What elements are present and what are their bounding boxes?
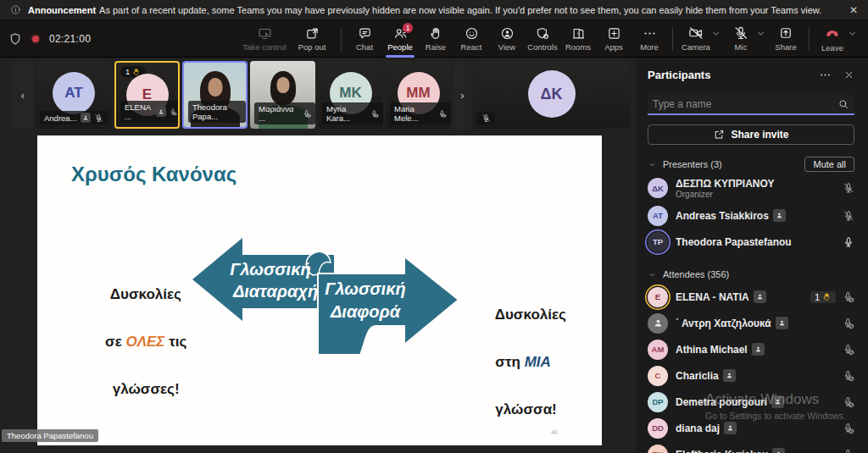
mic-off-icon[interactable] bbox=[843, 210, 854, 222]
announcement-close-icon[interactable]: ✕ bbox=[849, 4, 858, 16]
monitor-cursor-icon bbox=[258, 26, 272, 41]
portrait-face bbox=[276, 77, 289, 93]
mic-disabled-icon[interactable] bbox=[843, 344, 854, 356]
participant-role: Organizer bbox=[676, 190, 835, 199]
chevron-down-icon bbox=[648, 270, 657, 279]
presenters-section-header[interactable]: Presenters (3) Mute all bbox=[648, 155, 854, 174]
attendees-section-header[interactable]: Attendees (356) bbox=[648, 265, 854, 284]
pop-out-icon bbox=[305, 26, 320, 41]
attendee-badge-icon bbox=[724, 422, 737, 434]
pop-out-button[interactable]: Pop out bbox=[288, 20, 336, 58]
participant-row[interactable]: ΔΚ ΔΕΣΠΩ ΚΥΠΡΙΑΝΟΥ Organizer bbox=[648, 174, 854, 202]
react-button[interactable]: React bbox=[453, 20, 489, 58]
mic-off-icon bbox=[481, 113, 491, 123]
search-input[interactable] bbox=[653, 98, 837, 110]
person-icon bbox=[653, 318, 664, 329]
panel-close-icon[interactable] bbox=[843, 69, 854, 80]
avatar: AM bbox=[648, 340, 668, 360]
slide-page-number: 40 bbox=[551, 429, 558, 435]
mic-on-icon[interactable] bbox=[843, 236, 854, 248]
participant-row[interactable]: DP Demetra pourgouri bbox=[648, 389, 854, 415]
take-control-button[interactable]: Take control bbox=[241, 20, 288, 58]
share-button[interactable]: Share bbox=[768, 20, 804, 58]
rooms-button[interactable]: Rooms bbox=[560, 20, 596, 58]
participant-row[interactable]: AT Andreas Tsiakkiros bbox=[648, 202, 854, 229]
slide-left-text: Δυσκολίες σε ΟΛΕΣ τις γλώσσες! bbox=[78, 259, 190, 425]
security-shield-icon bbox=[8, 32, 22, 46]
view-button[interactable]: View bbox=[489, 20, 525, 58]
participant-row[interactable]: ΄ Αντρη Χατζηλουκά bbox=[648, 310, 854, 336]
toolbar-separator bbox=[672, 27, 673, 51]
ellipsis-icon bbox=[643, 26, 657, 41]
participant-row[interactable]: TP Theodora Papastefanou bbox=[648, 229, 854, 255]
react-smiley-icon bbox=[465, 26, 479, 41]
announcement-label: Announcement bbox=[28, 5, 96, 15]
attendee-badge-icon bbox=[752, 343, 765, 356]
mic-disabled-icon[interactable] bbox=[843, 318, 854, 329]
share-invite-button[interactable]: Share invite bbox=[648, 124, 854, 145]
announcement-text: AnnouncementAs part of a recent update, … bbox=[28, 5, 821, 15]
participant-row[interactable]: E ELENA - NATIA 1 bbox=[648, 284, 854, 310]
avatar: DD bbox=[648, 418, 668, 439]
attendee-badge-icon bbox=[776, 317, 788, 329]
attendee-badge-icon bbox=[754, 290, 766, 303]
participants-panel: Participants Share invite Presenters (3)… bbox=[636, 58, 868, 453]
participant-row[interactable]: AM Athina Michael bbox=[648, 336, 854, 362]
video-tile-myria[interactable]: MK Myria Kara... bbox=[318, 61, 383, 129]
camera-off-icon bbox=[688, 25, 704, 41]
video-tile-marianna[interactable]: Μαριάννα ... bbox=[250, 61, 315, 129]
avatar: TP bbox=[648, 232, 668, 252]
arrows-diagram: Γλωσσική Διαταραχή Γλωσσική Διαφορά bbox=[186, 235, 474, 371]
arrow-right-label-2: Διαφορά bbox=[330, 302, 402, 321]
video-tile-maria[interactable]: MM Maria Mele... bbox=[386, 61, 451, 129]
mic-disabled-icon bbox=[370, 109, 379, 119]
leave-button[interactable]: Leave bbox=[815, 20, 850, 58]
avatar: ΔΚ bbox=[648, 178, 668, 198]
filmstrip-next-button[interactable]: › bbox=[453, 61, 471, 129]
panel-more-icon[interactable] bbox=[819, 69, 832, 81]
raised-hand-icon bbox=[822, 292, 832, 301]
participant-row[interactable]: C Chariclia bbox=[648, 362, 854, 389]
mic-disabled-icon[interactable] bbox=[843, 423, 854, 434]
more-button[interactable]: More bbox=[632, 20, 667, 58]
mic-disabled-icon[interactable] bbox=[843, 291, 854, 303]
attendee-badge-icon bbox=[723, 369, 736, 382]
highlight-oles: ΟΛΕΣ bbox=[125, 334, 164, 350]
view-icon bbox=[500, 26, 515, 41]
video-tile-dk[interactable]: ΔΚ bbox=[473, 61, 630, 129]
mute-all-button[interactable]: Mute all bbox=[804, 157, 854, 172]
toolbar-separator bbox=[809, 27, 810, 51]
panel-title: Participants bbox=[648, 69, 807, 81]
filmstrip-prev-button[interactable]: ‹ bbox=[12, 61, 34, 129]
raise-button[interactable]: Raise bbox=[418, 20, 453, 58]
recording-indicator-icon bbox=[31, 34, 41, 44]
meeting-toolbar: 02:21:00 Take control Pop out Chat 1 Peo… bbox=[0, 20, 868, 58]
video-tile-andrea[interactable]: AT Andrea... bbox=[36, 61, 112, 129]
search-icon bbox=[837, 98, 849, 110]
apps-plus-icon bbox=[607, 26, 621, 41]
announcement-banner: AnnouncementAs part of a recent update, … bbox=[0, 0, 868, 20]
mic-disabled-icon[interactable] bbox=[843, 370, 854, 382]
tile-name-label: Maria Mele... bbox=[390, 102, 451, 124]
presenter-name-chip: Theodora Papastefanou bbox=[2, 429, 98, 442]
mic-button[interactable]: Mic bbox=[723, 20, 759, 58]
attendee-badge-icon bbox=[771, 395, 784, 408]
video-tile-elena[interactable]: 1 E ELENA ... bbox=[114, 61, 180, 129]
participant-row[interactable]: DD diana daj bbox=[648, 415, 854, 441]
arrow-left-label-2: Διαταραχή bbox=[232, 282, 318, 301]
apps-button[interactable]: Apps bbox=[596, 20, 632, 58]
leave-phone-icon bbox=[824, 25, 841, 41]
mic-disabled-icon[interactable] bbox=[843, 449, 854, 453]
participant-row[interactable]: EK Eleftheria Kyriakou bbox=[648, 441, 854, 453]
participant-search[interactable] bbox=[648, 95, 854, 115]
controls-button[interactable]: Controls bbox=[525, 20, 560, 58]
camera-button[interactable]: Camera bbox=[678, 20, 714, 58]
mic-disabled-icon[interactable] bbox=[843, 396, 854, 408]
raise-hand-icon bbox=[429, 26, 443, 41]
people-button[interactable]: 1 People bbox=[382, 20, 418, 58]
attendee-badge-icon bbox=[81, 113, 91, 123]
video-tile-theodora[interactable]: Theodora Papa... bbox=[182, 61, 248, 129]
mic-off-icon[interactable] bbox=[843, 182, 854, 194]
tile-mute-chip bbox=[477, 112, 495, 124]
chat-button[interactable]: Chat bbox=[347, 20, 382, 58]
